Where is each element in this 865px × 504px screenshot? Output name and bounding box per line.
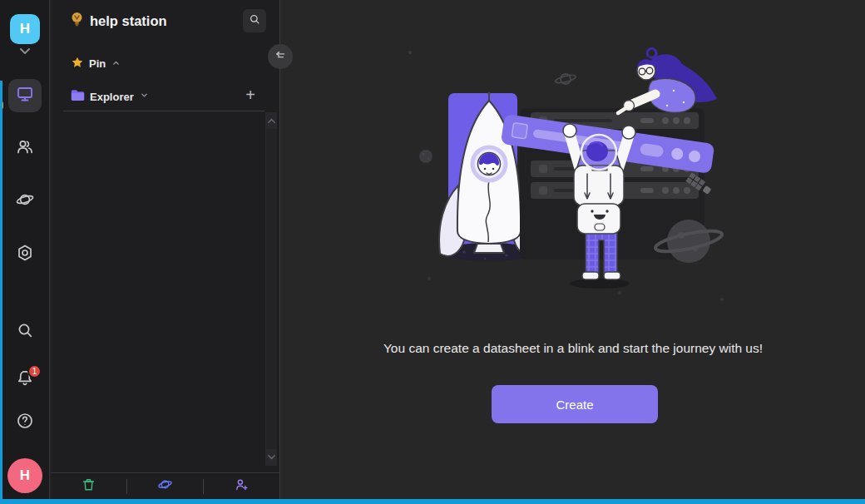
sidebar-item-help[interactable]	[8, 406, 42, 439]
invite-member-button[interactable]	[204, 477, 279, 496]
main-area: You can create a datasheet in a blink an…	[281, 0, 865, 504]
workbench-monitor-icon	[15, 84, 35, 107]
pin-section-toggle[interactable]: Pin	[71, 56, 121, 72]
bulb-icon	[70, 12, 84, 31]
invite-member-icon	[234, 477, 250, 496]
collapse-sidebar-handle[interactable]	[268, 44, 293, 69]
window-edge-left	[0, 81, 2, 504]
scroll-up-button[interactable]	[266, 112, 277, 129]
add-node-button[interactable]: +	[241, 86, 260, 104]
sidebar-item-search[interactable]	[8, 315, 42, 348]
help-question-icon	[15, 411, 35, 434]
window-edge-bottom	[0, 499, 865, 504]
chevron-down-icon	[139, 90, 150, 103]
sidebar-item-workbench[interactable]	[8, 79, 42, 112]
user-avatar[interactable]: H	[7, 458, 42, 493]
icon-rail: H	[0, 0, 50, 504]
planet-icon	[157, 477, 173, 496]
panel-search-button[interactable]	[243, 9, 266, 32]
empty-state-caption: You can create a datasheet in a blink an…	[281, 341, 865, 356]
flying-woman	[618, 48, 717, 113]
create-button[interactable]: Create	[492, 385, 658, 423]
workspace-title: help station	[70, 12, 167, 31]
sidebar-item-settings[interactable]	[8, 238, 42, 271]
collapse-left-icon	[273, 47, 288, 66]
tree-scrollbar[interactable]	[265, 112, 277, 466]
settings-hexagon-icon	[15, 243, 35, 266]
app-window: H	[0, 0, 865, 504]
explorer-section-label: Explorer	[90, 91, 134, 103]
contacts-icon	[15, 136, 35, 160]
notification-badge: 1	[27, 364, 42, 378]
search-icon	[248, 12, 261, 29]
scroll-down-button[interactable]	[266, 449, 277, 466]
empty-state-illustration	[406, 44, 755, 314]
templates-planet-icon	[15, 190, 35, 213]
workspace-switch-chevron-icon[interactable]	[15, 47, 35, 58]
workspace-panel: help station Pin	[51, 0, 280, 504]
star-icon	[71, 56, 84, 72]
panel-header: help station	[51, 8, 279, 35]
template-center-button[interactable]	[127, 477, 203, 496]
chevron-up-icon	[111, 57, 121, 71]
trash-icon	[81, 477, 96, 496]
tree-divider	[63, 111, 264, 111]
trash-button[interactable]	[51, 477, 126, 496]
explorer-section-toggle[interactable]: Explorer	[71, 89, 150, 104]
workspace-avatar[interactable]: H	[10, 14, 40, 44]
sidebar-item-contacts[interactable]	[8, 131, 42, 165]
sidebar-item-templates[interactable]	[8, 185, 42, 218]
panel-bottom-toolbar	[51, 472, 279, 499]
search-icon	[15, 320, 35, 343]
folder-icon	[71, 89, 85, 104]
workspace-title-label: help station	[90, 13, 167, 29]
pin-section-label: Pin	[89, 57, 106, 70]
